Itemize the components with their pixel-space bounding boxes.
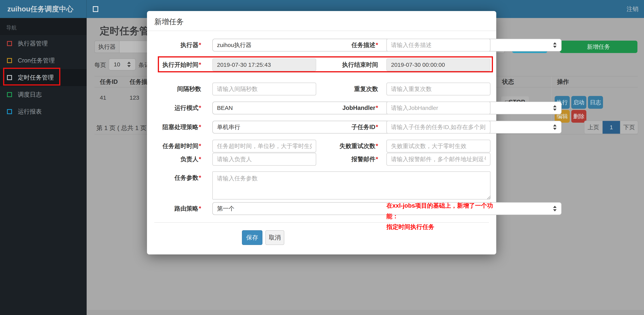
column-header-job-id: 任务ID [94,76,124,87]
child-job-input[interactable] [386,121,490,134]
log-button[interactable]: 日志 [588,96,603,109]
modal-footer-divider [154,222,489,223]
pagination: 上页 1 下页 [584,121,638,134]
route-strategy-label: 路由策略* [151,202,201,215]
sidebar-item-label: 执行器管理 [18,40,48,48]
square-icon [7,109,12,114]
app-title: zuihou任务调度中心 [0,0,87,18]
modal-header: 新增任务 [147,11,496,31]
sidebar-item-executor-manage[interactable]: 执行器管理 [0,35,87,52]
timeout-label: 任务超时时间* [151,140,201,152]
sidebar-item-label: 调度日志 [18,91,42,99]
square-icon [7,41,12,46]
job-handler-input[interactable] [386,102,490,114]
sidebar-item-run-report[interactable]: 运行报表 [0,103,87,120]
owner-input[interactable] [212,153,316,166]
page-bottom-strip [87,310,644,315]
select-arrows-icon [553,206,556,211]
run-mode-select-value: BEAN [217,105,233,111]
textarea-resize-handle-icon[interactable] [486,195,490,199]
start-button[interactable]: 启动 [571,96,586,109]
job-param-label: 任务参数* [151,171,201,184]
run-mode-label: 运行模式* [151,102,201,114]
description-input[interactable] [386,39,490,52]
annotation-box-dates [158,56,493,72]
add-job-button[interactable]: 新增任务 [560,41,638,53]
executor-select-value: zuihou执行器 [217,42,252,48]
repeat-label: 重复次数 [317,83,378,95]
retry-label: 失败重试次数* [317,140,378,152]
interval-input[interactable] [212,83,316,95]
sidebar-item-label: 运行报表 [18,108,42,116]
route-strategy-select-value: 第一个 [217,205,234,212]
square-icon [7,58,12,63]
save-button[interactable]: 保存 [242,230,262,245]
sidebar: 导航 执行器管理 Cron任务管理 定时任务管理 调度日志 运行报表 [0,18,87,315]
perpage-prefix-label: 每页 [94,61,106,69]
description-label: 任务描述* [317,39,378,52]
job-handler-label: JobHandler* [317,102,378,114]
perpage-select[interactable]: 10 [109,59,136,70]
square-icon [7,92,12,97]
annotation-box-sidebar [3,68,60,86]
select-arrows-icon [553,42,556,48]
executor-label: 执行器* [151,39,201,52]
add-job-modal: 新增任务 执行器* zuihou执行器 任务描述* 执行开始时间* 执行结束时间… [147,11,496,254]
pagination-prev[interactable]: 上页 [584,121,602,134]
select-arrows-icon [553,105,556,111]
feature-note-text: 在xxl-jobs项目的基础上，新增了一个功能： 指定时间执行任务 [386,200,498,232]
perpage-value: 10 [114,61,120,68]
pagination-page-1[interactable]: 1 [602,121,620,134]
select-arrows-icon [127,62,131,67]
nav-header: 导航 [0,18,87,35]
sidebar-item-dispatch-log[interactable]: 调度日志 [0,86,87,103]
logout-link[interactable]: 注销 [626,0,638,18]
column-header-status: 状态 [496,76,551,87]
column-header-actions: 操作 [551,76,638,87]
retry-input[interactable] [386,140,490,152]
alarm-email-label: 报警邮件* [317,153,378,166]
cancel-button[interactable]: 取消 [265,230,284,245]
block-strategy-label: 阻塞处理策略* [151,121,201,134]
block-strategy-select-value: 单机串行 [217,124,240,130]
sidebar-item-label: Cron任务管理 [18,57,55,65]
interval-label: 间隔秒数 [151,83,201,95]
executor-filter-label: 执行器 [94,41,120,53]
owner-label: 负责人* [151,153,201,166]
repeat-input[interactable] [386,83,490,95]
timeout-input[interactable] [212,140,316,152]
pagination-next[interactable]: 下页 [620,121,638,134]
sidebar-item-cron-job-manage[interactable]: Cron任务管理 [0,52,87,69]
child-job-label: 子任务ID* [317,121,378,134]
sidebar-collapse-icon[interactable] [93,6,98,12]
job-param-textarea[interactable] [212,171,490,199]
select-arrows-icon [553,124,556,130]
modal-title: 新增任务 [154,18,184,26]
delete-button[interactable]: 删除 [571,110,586,123]
alarm-email-input[interactable] [386,153,490,166]
